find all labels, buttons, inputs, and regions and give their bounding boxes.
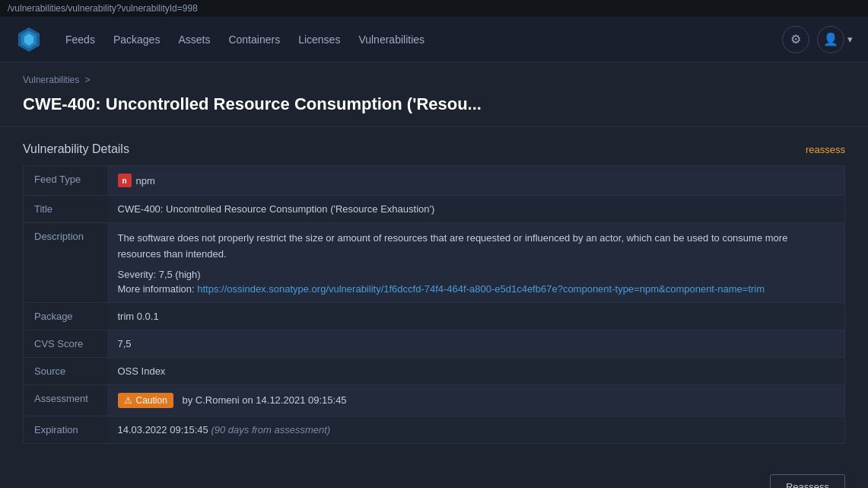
feed-type-label: Feed Type [24,166,107,196]
description-label: Description [24,223,107,303]
nav-assets[interactable]: Assets [178,30,210,49]
footer-actions: Reassess [0,462,868,488]
expiration-label: Expiration [24,416,107,443]
reassess-link[interactable]: reassess [806,144,845,155]
cvs-score-label: CVS Score [24,330,107,357]
details-table: Feed Type n npm Title CWE-400: Uncontrol… [23,165,845,444]
description-text: The software does not properly restrict … [118,231,835,263]
feed-type-value: n npm [107,166,845,196]
table-row: Source OSS Index [24,357,845,384]
title-value: CWE-400: Uncontrolled Resource Consumpti… [107,196,845,223]
navigation: Feeds Packages Assets Containers License… [0,17,868,62]
section-header: Vulnerability Details reassess [23,142,845,156]
url-bar: /vulnerabilities/vulnerability?vulnerabi… [0,0,868,17]
table-row: Package trim 0.0.1 [24,302,845,330]
npm-logo: n [118,174,132,187]
source-label: Source [24,357,107,384]
assessment-value: ⚠ Caution by C.Romeni on 14.12.2021 09:1… [107,384,845,416]
cvs-score-value: 7,5 [107,330,845,357]
reassess-button[interactable]: Reassess [770,474,845,488]
logo[interactable] [15,24,43,54]
page-title: CWE-400: Uncontrolled Resource Consumpti… [0,91,868,126]
nav-feeds[interactable]: Feeds [65,30,95,49]
source-value: OSS Index [107,357,845,384]
breadcrumb: Vulnerabilities > [23,75,845,85]
npm-icon-group: n npm [118,174,155,187]
user-menu-button[interactable]: 👤 ▾ [817,26,853,53]
chevron-down-icon: ▾ [847,33,853,45]
url-text: /vulnerabilities/vulnerability?vulnerabi… [8,3,198,14]
expiration-value: 14.03.2022 09:15:45 (90 days from assess… [107,416,845,443]
table-row: Feed Type n npm [24,166,845,196]
more-info: More information: https://ossindex.sonat… [118,283,835,295]
table-row: Expiration 14.03.2022 09:15:45 (90 days … [24,416,845,443]
breadcrumb-vulnerabilities[interactable]: Vulnerabilities [23,75,79,85]
nav-links: Feeds Packages Assets Containers License… [65,30,782,49]
assessment-label: Assessment [24,384,107,416]
breadcrumb-separator: > [85,75,91,85]
vulnerability-link[interactable]: https://ossindex.sonatype.org/vulnerabil… [197,283,765,295]
user-icon: 👤 [823,32,838,46]
table-row: CVS Score 7,5 [24,330,845,357]
nav-vulnerabilities[interactable]: Vulnerabilities [358,30,424,49]
title-label: Title [24,196,107,223]
caution-text: Caution [136,395,167,406]
nav-right: ⚙ 👤 ▾ [782,26,853,53]
package-value: trim 0.0.1 [107,302,845,330]
breadcrumb-section: Vulnerabilities > [0,62,868,91]
assessment-meta: by C.Romeni on 14.12.2021 09:15:45 [183,394,347,406]
severity-text: Severity: 7,5 (high) [118,269,835,280]
nav-licenses[interactable]: Licenses [298,30,340,49]
gear-icon: ⚙ [790,32,801,46]
section-title: Vulnerability Details [23,142,129,156]
npm-text: npm [136,175,155,187]
user-avatar: 👤 [817,26,844,53]
settings-button[interactable]: ⚙ [782,26,809,53]
main-content: Vulnerability Details reassess Feed Type… [0,127,868,459]
warning-icon: ⚠ [124,395,132,406]
nav-containers[interactable]: Containers [228,30,280,49]
table-row: Assessment ⚠ Caution by C.Romeni on 14.1… [24,384,845,416]
table-row: Title CWE-400: Uncontrolled Resource Con… [24,196,845,223]
expiration-date: 14.03.2022 09:15:45 [118,424,208,435]
nav-packages[interactable]: Packages [113,30,160,49]
table-row: Description The software does not proper… [24,223,845,303]
caution-badge: ⚠ Caution [118,393,173,408]
expiration-note: (90 days from assessment) [211,424,330,435]
description-value: The software does not properly restrict … [107,223,845,303]
package-label: Package [24,302,107,330]
